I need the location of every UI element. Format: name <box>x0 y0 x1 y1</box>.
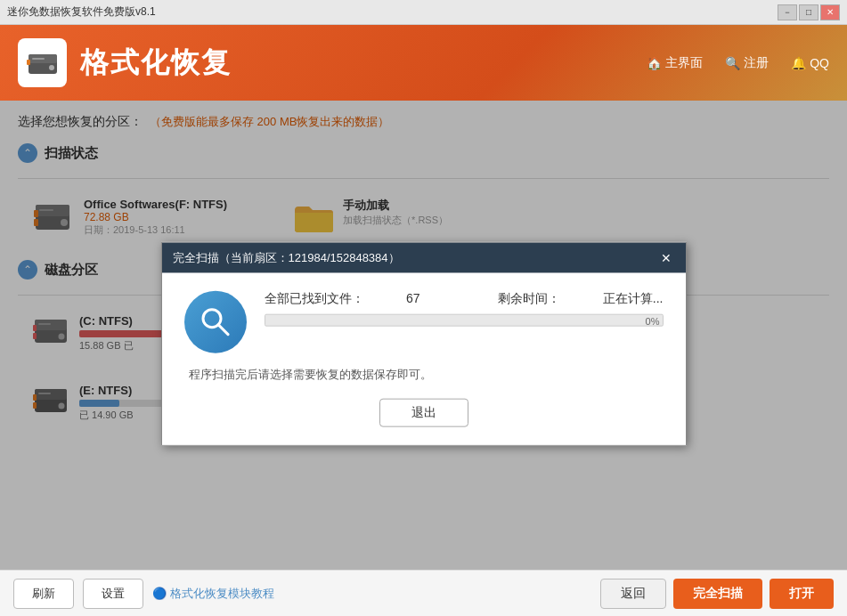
modal-found-label: 全部已找到文件： <box>265 290 364 306</box>
footer: 刷新 设置 🔵 格式化恢复模块教程 返回 完全扫描 打开 <box>0 570 847 616</box>
app-header: 格式化恢复 🏠 主界面 🔍 注册 🔔 QQ <box>0 25 847 101</box>
hdd-logo-icon <box>25 45 61 81</box>
svg-rect-3 <box>32 58 45 60</box>
modal-progress-pct: 0% <box>646 314 660 326</box>
scan-modal: 完全扫描（当前扇区：121984/152848384） ✕ <box>161 241 687 445</box>
modal-body: 全部已找到文件： 67 剩余时间： 正在计算... 0% 程序扫描完后请选择需要… <box>162 272 686 444</box>
minimize-button[interactable]: － <box>778 4 797 20</box>
modal-close-button[interactable]: ✕ <box>657 250 675 264</box>
info-icon: 🔵 <box>152 587 167 600</box>
modal-top-row: 全部已找到文件： 67 剩余时间： 正在计算... 0% <box>184 290 664 353</box>
home-icon: 🏠 <box>647 56 662 70</box>
close-button[interactable]: ✕ <box>820 4 840 20</box>
modal-exit-button[interactable]: 退出 <box>379 398 468 426</box>
modal-found-count: 67 <box>406 290 420 306</box>
modal-progress-wrap: 0% <box>265 313 664 326</box>
maximize-button[interactable]: □ <box>799 4 818 20</box>
settings-button[interactable]: 设置 <box>83 579 143 609</box>
modal-title-bar: 完全扫描（当前扇区：121984/152848384） ✕ <box>162 242 686 272</box>
modal-found-row: 全部已找到文件： 67 剩余时间： 正在计算... <box>265 290 664 306</box>
modal-search-icon <box>184 290 247 353</box>
window-controls: － □ ✕ <box>778 4 840 20</box>
modal-overlay: 完全扫描（当前扇区：121984/152848384） ✕ <box>0 101 847 570</box>
page-title: 格式化恢复 <box>80 44 232 83</box>
return-button[interactable]: 返回 <box>600 579 666 609</box>
refresh-button[interactable]: 刷新 <box>13 579 74 609</box>
open-button[interactable]: 打开 <box>770 579 834 609</box>
modal-title: 完全扫描（当前扇区：121984/152848384） <box>173 249 400 265</box>
qq-icon: 🔔 <box>791 56 806 70</box>
nav-qq[interactable]: 🔔 QQ <box>791 56 829 70</box>
svg-line-36 <box>218 324 228 334</box>
tutorial-link[interactable]: 🔵 格式化恢复模块教程 <box>152 586 274 602</box>
modal-stats: 全部已找到文件： 67 剩余时间： 正在计算... 0% <box>265 290 664 330</box>
modal-time-label: 剩余时间： <box>498 290 560 306</box>
modal-description: 程序扫描完后请选择需要恢复的数据保存即可。 <box>184 366 664 382</box>
app-title: 迷你免数据恢复软件免费版v8.1 <box>7 4 778 20</box>
main-content: 选择您想恢复的分区： （免费版能最多保存 200 MB恢复出来的数据） ⌃ 扫描… <box>0 101 847 570</box>
nav-register[interactable]: 🔍 注册 <box>725 55 769 71</box>
register-icon: 🔍 <box>725 56 740 70</box>
search-animation-icon <box>198 304 233 339</box>
svg-point-2 <box>49 65 54 70</box>
top-nav: 🏠 主界面 🔍 注册 🔔 QQ <box>647 55 829 71</box>
footer-right: 返回 完全扫描 打开 <box>600 579 834 609</box>
app-logo <box>18 38 67 87</box>
modal-button-row: 退出 <box>184 398 664 426</box>
nav-home[interactable]: 🏠 主界面 <box>647 55 703 71</box>
title-bar: 迷你免数据恢复软件免费版v8.1 － □ ✕ <box>0 0 847 25</box>
full-scan-button[interactable]: 完全扫描 <box>673 579 762 609</box>
svg-rect-4 <box>27 60 30 65</box>
modal-time-value: 正在计算... <box>603 290 664 306</box>
